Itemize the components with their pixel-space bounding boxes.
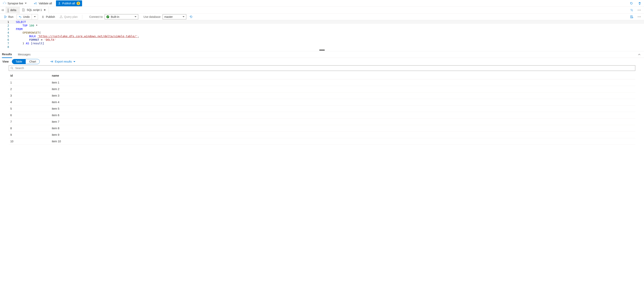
line-number: 4 — [0, 31, 9, 35]
svg-point-11 — [11, 67, 13, 69]
file-tab-sql-script-1[interactable]: SQL script 1 — [20, 7, 49, 14]
results-view-row: View Table Chart Export results — [0, 58, 644, 65]
tab-more-button[interactable] — [636, 7, 642, 13]
line-number: 5 — [0, 35, 9, 38]
chevron-down-icon — [34, 16, 36, 17]
cell-name: item 6 — [50, 112, 635, 119]
cell-name: item 5 — [50, 106, 635, 112]
table-row[interactable]: 10item 10 — [9, 138, 635, 145]
fullscreen-button[interactable] — [629, 7, 634, 13]
table-row[interactable]: 2item 2 — [9, 86, 635, 92]
validate-all-label: Validate all — [38, 2, 52, 5]
export-results-button[interactable]: Export results — [50, 60, 75, 63]
export-results-label: Export results — [55, 60, 72, 63]
export-icon — [50, 60, 53, 63]
toolbar-more-button[interactable] — [636, 14, 642, 20]
cell-id: 3 — [9, 92, 50, 99]
results-search-input[interactable] — [15, 66, 634, 70]
file-tabs-row: delta SQL script 1 — [0, 7, 644, 14]
cell-id: 9 — [9, 132, 50, 138]
collapse-results-button[interactable] — [636, 52, 642, 57]
use-database-dropdown[interactable]: master — [162, 14, 186, 20]
results-grid[interactable]: id name 1item 12item 23item 34item 45ite… — [0, 72, 644, 289]
file-tab-delta[interactable]: delta — [6, 7, 20, 14]
cell-name: item 2 — [50, 86, 635, 92]
cell-id: 5 — [9, 106, 50, 112]
cell-name: item 10 — [50, 138, 635, 145]
svg-rect-5 — [62, 18, 62, 18]
publish-count-badge: 1 — [76, 2, 80, 5]
line-number: 1 — [0, 20, 9, 24]
cell-id: 8 — [9, 125, 50, 132]
pane-resize-handle[interactable] — [0, 49, 644, 51]
publish-button[interactable]: Publish — [39, 14, 57, 20]
svg-point-7 — [632, 17, 633, 18]
publish-all-label: Publish all — [62, 2, 75, 5]
undo-button[interactable]: Undo — [17, 14, 32, 20]
code-editor[interactable]: 1 2 3 4 5 6 7 8 SELECT TOP 100 * FROM OP… — [0, 20, 644, 49]
svg-point-8 — [638, 17, 638, 17]
svg-point-9 — [639, 17, 640, 17]
synapse-live-dropdown[interactable]: Synapse live — [2, 1, 28, 6]
search-icon — [10, 67, 13, 70]
view-toggle: Table Chart — [12, 59, 40, 64]
svg-point-2 — [640, 10, 641, 10]
line-gutter: 1 2 3 4 5 6 7 8 — [0, 20, 13, 49]
undo-dropdown-button[interactable] — [32, 14, 38, 20]
cell-id: 10 — [9, 138, 50, 145]
status-ok-icon — [106, 16, 109, 18]
use-database-label: Use database — [144, 15, 160, 19]
results-search-box[interactable] — [9, 65, 635, 71]
code-lines[interactable]: SELECT TOP 100 * FROM OPENROWSET( BULK '… — [16, 20, 644, 49]
view-toggle-table[interactable]: Table — [12, 59, 26, 64]
run-label: Run — [8, 15, 14, 19]
discard-all-button[interactable] — [637, 1, 642, 6]
publish-label: Publish — [46, 15, 55, 19]
connect-to-dropdown[interactable]: Built-in — [105, 14, 138, 20]
table-row[interactable]: 4item 4 — [9, 99, 635, 106]
cell-name: item 9 — [50, 132, 635, 138]
run-button[interactable]: Run — [2, 14, 16, 20]
connect-to-value: Built-in — [111, 15, 133, 19]
svg-rect-4 — [60, 18, 61, 18]
table-row[interactable]: 3item 3 — [9, 92, 635, 99]
workspace: 1 2 3 4 5 6 7 8 SELECT TOP 100 * FROM OP… — [0, 20, 644, 289]
validate-all-button[interactable]: Validate all — [32, 1, 54, 6]
properties-button[interactable] — [629, 14, 634, 20]
cell-name: item 7 — [50, 119, 635, 125]
query-plan-label: Query plan — [64, 15, 78, 19]
column-header-name[interactable]: name — [50, 72, 635, 79]
refresh-databases-button[interactable] — [188, 14, 194, 20]
expand-panel-button[interactable] — [0, 7, 6, 14]
undo-split-button[interactable]: Undo — [16, 14, 38, 20]
line-number: 6 — [0, 38, 9, 42]
cell-id: 4 — [9, 99, 50, 106]
undo-label: Undo — [23, 15, 30, 19]
database-icon — [8, 9, 8, 12]
results-tabs: Results Messages — [0, 51, 644, 58]
connect-to-label: Connect to — [90, 15, 103, 19]
tab-messages[interactable]: Messages — [18, 51, 31, 58]
toolbar-separator — [82, 15, 82, 19]
table-row[interactable]: 7item 7 — [9, 119, 635, 125]
table-row[interactable]: 8item 8 — [9, 125, 635, 132]
cell-id: 2 — [9, 86, 50, 92]
chevron-down-icon — [134, 16, 136, 17]
table-row[interactable]: 5item 5 — [9, 106, 635, 112]
top-action-bar: Synapse live Validate all Publish all 1 — [0, 0, 644, 7]
view-label: View — [2, 60, 9, 63]
cell-name: item 8 — [50, 125, 635, 132]
column-header-id[interactable]: id — [9, 72, 50, 79]
table-row[interactable]: 1item 1 — [9, 79, 635, 86]
checklist-icon — [34, 2, 37, 5]
tab-results[interactable]: Results — [2, 51, 12, 58]
unsaved-dot-icon — [44, 9, 46, 11]
table-row[interactable]: 6item 6 — [9, 112, 635, 119]
publish-all-button[interactable]: Publish all 1 — [56, 1, 82, 6]
svg-point-1 — [639, 10, 640, 10]
view-toggle-chart[interactable]: Chart — [26, 59, 40, 64]
file-tab-label: delta — [10, 9, 16, 12]
table-row[interactable]: 9item 9 — [9, 132, 635, 138]
refresh-button[interactable] — [628, 1, 634, 6]
chevron-down-icon — [25, 3, 27, 4]
